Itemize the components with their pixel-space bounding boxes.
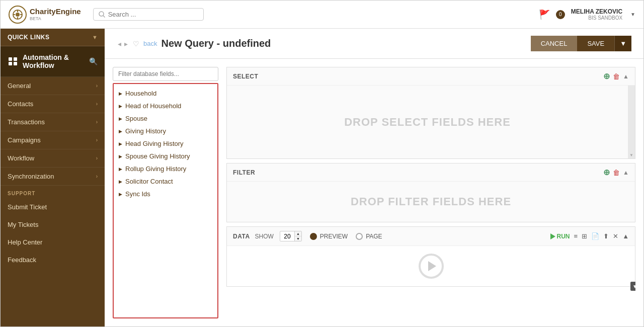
sidebar-item-my-tickets[interactable]: My Tickets: [1, 216, 105, 233]
tree-item-head-giving-history[interactable]: ▶ Head Giving History: [114, 137, 217, 150]
sort-icon[interactable]: ≡: [574, 232, 578, 240]
sidebar-item-contacts-label: Contacts: [8, 100, 33, 108]
tree-item-giving-history[interactable]: ▶ Giving History: [114, 125, 217, 137]
sidebar-item-help-center[interactable]: Help Center: [1, 233, 105, 251]
filter-collapse-button[interactable]: ▲: [623, 169, 629, 176]
app-name: CharityEngine: [30, 7, 81, 16]
select-panel-header: SELECT ⊕ 🗑 ▲: [227, 67, 635, 86]
svg-line-7: [103, 16, 105, 18]
sidebar-feature-automation[interactable]: Automation & Workflow 🔍: [1, 46, 105, 77]
nav-back-arrow[interactable]: ◂: [117, 39, 122, 49]
show-count-input[interactable]: 20 ▲ ▼: [280, 231, 302, 241]
sidebar-item-synchronization-label: Synchronization: [8, 173, 54, 180]
tree-item-solicitor-contact[interactable]: ▶ Solicitor Contact: [114, 175, 217, 188]
svg-point-1: [16, 13, 20, 17]
back-link[interactable]: back: [143, 40, 157, 47]
user-name: MELIHA ZEKOVIC: [571, 8, 622, 15]
play-button[interactable]: [419, 254, 444, 279]
save-button[interactable]: SAVE: [577, 36, 614, 51]
page-title: New Query - undefined: [161, 38, 271, 49]
data-body: [227, 246, 635, 286]
filter-drop-zone[interactable]: DROP FILTER FIELDS HERE: [227, 182, 635, 222]
select-collapse-button[interactable]: ▲: [623, 73, 629, 80]
tree-item-rollup-giving-history[interactable]: ▶ Rollup Giving History: [114, 162, 217, 175]
sidebar-item-workflow[interactable]: Workflow ›: [1, 149, 105, 168]
corner-button[interactable]: ▼: [630, 282, 635, 291]
select-delete-button[interactable]: 🗑: [613, 72, 620, 80]
tree-item-head-of-household[interactable]: ▶ Head of Household: [114, 100, 217, 112]
sidebar-chevron-general: ›: [96, 83, 98, 89]
show-count-field[interactable]: 20: [280, 232, 294, 241]
tree-item-spouse[interactable]: ▶ Spouse: [114, 112, 217, 125]
select-drop-zone[interactable]: DROP SELECT FIELDS HERE: [227, 86, 628, 158]
nav-forward-arrow[interactable]: ▸: [123, 39, 129, 49]
preview-radio[interactable]: [310, 233, 317, 240]
tree-arrow-giving-history: ▶: [119, 129, 122, 134]
save-dropdown-button[interactable]: ▼: [614, 36, 631, 51]
tree-item-sync-ids[interactable]: ▶ Sync Ids: [114, 188, 217, 200]
select-scroll[interactable]: ▼: [628, 86, 635, 158]
cancel-button[interactable]: CANCEL: [531, 36, 578, 51]
favorite-icon[interactable]: ♡: [133, 40, 139, 48]
sidebar-chevron-synchronization: ›: [96, 174, 98, 179]
content-area: ◂ ▸ ♡ back New Query - undefined CANCEL …: [105, 29, 643, 326]
show-count-up[interactable]: ▲: [295, 231, 301, 236]
sidebar-item-contacts[interactable]: Contacts ›: [1, 95, 105, 113]
tree-label-spouse: Spouse: [125, 115, 147, 122]
filter-panel-title: FILTER: [233, 169, 255, 176]
notification-badge[interactable]: 0: [556, 10, 565, 19]
sidebar-item-feedback[interactable]: Feedback: [1, 251, 105, 269]
page-radio-group: PAGE: [356, 233, 382, 240]
page-radio[interactable]: [356, 233, 363, 240]
tree-arrow-sync-ids: ▶: [119, 192, 122, 197]
sidebar-item-submit-ticket[interactable]: Submit Ticket: [1, 198, 105, 216]
close-icon[interactable]: ✕: [613, 232, 618, 240]
tree-item-household[interactable]: ▶ Household: [114, 87, 217, 100]
sidebar-item-campaigns[interactable]: Campaigns ›: [1, 131, 105, 149]
app-beta: BETA: [30, 16, 81, 21]
sidebar-item-general[interactable]: General ›: [1, 77, 105, 95]
sidebar-item-general-label: General: [8, 82, 31, 90]
field-filter-input[interactable]: [113, 67, 218, 81]
tree-label-solicitor-contact: Solicitor Contact: [125, 178, 173, 185]
sidebar-chevron-transactions: ›: [96, 119, 98, 125]
tree-item-spouse-giving-history[interactable]: ▶ Spouse Giving History: [114, 150, 217, 162]
show-count-down[interactable]: ▼: [295, 236, 301, 241]
quick-links-chevron[interactable]: ▼: [92, 34, 98, 40]
flag-icon[interactable]: 🚩: [539, 9, 550, 20]
filter-add-button[interactable]: ⊕: [603, 168, 610, 177]
page-header-left: ◂ ▸ ♡ back New Query - undefined: [117, 38, 271, 49]
tree-label-sync-ids: Sync Ids: [125, 190, 150, 198]
user-menu-chevron[interactable]: ▼: [630, 12, 635, 17]
sidebar-item-synchronization[interactable]: Synchronization ›: [1, 168, 105, 186]
page-label: PAGE: [366, 233, 382, 240]
svg-point-6: [99, 12, 104, 16]
filter-delete-button[interactable]: 🗑: [613, 169, 620, 177]
sidebar-chevron-campaigns: ›: [96, 137, 98, 143]
sidebar-item-help-center-label: Help Center: [8, 238, 42, 246]
preview-radio-group: PREVIEW: [310, 233, 348, 240]
select-add-button[interactable]: ⊕: [603, 71, 610, 81]
quick-links-label: QUICK LINKS: [8, 34, 50, 41]
upload-icon[interactable]: ⬆: [603, 232, 609, 240]
sidebar-item-transactions[interactable]: Transactions ›: [1, 113, 105, 131]
tree-arrow-head-giving-history: ▶: [119, 141, 122, 146]
search-bar[interactable]: [93, 8, 204, 21]
select-scroll-arrow: ▼: [629, 153, 633, 157]
preview-label: PREVIEW: [320, 233, 348, 240]
logo-icon: [9, 6, 27, 24]
nav-arrows: ◂ ▸: [117, 39, 129, 49]
grid-icon[interactable]: ⊞: [582, 232, 587, 240]
collapse-icon[interactable]: ▲: [622, 232, 629, 240]
sidebar-chevron-contacts: ›: [96, 101, 98, 107]
run-button[interactable]: RUN: [550, 233, 570, 240]
sidebar-feature-search-icon[interactable]: 🔍: [89, 57, 98, 65]
data-panel-header: DATA SHOW 20 ▲ ▼ PREVI: [227, 227, 635, 246]
file-icon[interactable]: 📄: [591, 232, 599, 240]
show-label: SHOW: [255, 233, 274, 240]
search-input[interactable]: [108, 11, 189, 18]
user-info: MELIHA ZEKOVIC BIS SANDBOX: [571, 8, 622, 21]
sidebar-item-feedback-label: Feedback: [8, 256, 36, 264]
show-count-stepper[interactable]: ▲ ▼: [294, 231, 301, 241]
filter-drop-text: DROP FILTER FIELDS HERE: [351, 195, 511, 208]
